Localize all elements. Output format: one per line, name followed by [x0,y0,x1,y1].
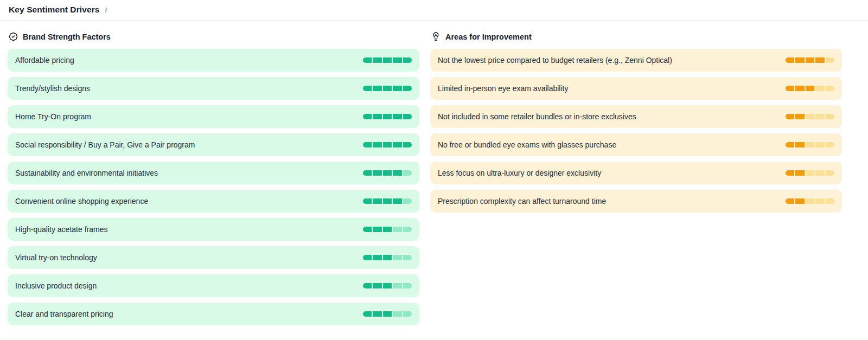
score-segment-empty [815,142,824,147]
score-segment-filled [795,57,804,63]
score-segment-empty [393,255,401,260]
columns: Brand Strength Factors Affordable pricin… [8,21,842,325]
item-label: Social responsibility / Buy a Pair, Give… [15,140,195,149]
improvements-list: Not the lowest price compared to budget … [430,49,842,213]
score-segment-filled [373,142,381,147]
score-segment-filled [403,114,412,119]
score-segment-filled [786,170,794,176]
page-title: Key Sentiment Drivers [9,5,100,15]
section-brand-strength: Brand Strength Factors Affordable pricin… [8,21,419,325]
score-segment-filled [403,57,412,63]
score-segment-empty [826,170,834,176]
score-segment-filled [393,114,401,119]
panel-header: Key Sentiment Drivers i [0,0,868,21]
score-bar [786,170,834,176]
score-bar [786,86,834,91]
item-label: Not included in some retailer bundles or… [438,112,636,121]
list-item: Less focus on ultra-luxury or designer e… [430,162,842,184]
score-segment-empty [806,114,814,119]
section-header-strengths: Brand Strength Factors [9,32,419,41]
item-label: No free or bundled eye exams with glasse… [438,140,616,149]
item-label: Home Try-On program [15,112,91,121]
score-segment-filled [795,142,804,147]
score-bar [363,86,412,91]
score-bar [786,198,834,204]
score-segment-filled [795,86,804,91]
score-bar [363,57,412,63]
score-segment-filled [786,142,794,147]
section-title-strengths: Brand Strength Factors [23,33,111,41]
score-segment-filled [393,86,401,91]
item-label: Sustainability and environmental initiat… [15,169,158,177]
score-segment-empty [403,198,412,204]
list-item: Clear and transparent pricing [8,303,419,325]
list-item: Social responsibility / Buy a Pair, Give… [8,133,419,156]
list-item: Inclusive product design [8,274,419,297]
item-label: Clear and transparent pricing [15,310,113,318]
score-segment-filled [383,114,392,119]
score-segment-filled [373,311,381,317]
list-item: Virtual try-on technology [8,246,419,269]
score-bar [363,170,412,176]
score-segment-empty [826,114,834,119]
score-segment-empty [403,255,412,260]
score-segment-filled [393,142,401,147]
section-improvements: Areas for Improvement Not the lowest pri… [430,21,842,325]
score-bar [363,255,412,260]
score-segment-empty [826,57,834,63]
list-item: Convenient online shopping experience [8,190,419,213]
score-bar [786,114,834,119]
score-segment-filled [363,227,372,232]
score-segment-filled [373,114,381,119]
score-segment-filled [363,114,372,119]
score-segment-empty [826,86,834,91]
score-segment-filled [363,142,372,147]
score-segment-filled [393,170,401,176]
score-segment-filled [795,114,804,119]
score-segment-filled [786,198,794,204]
section-title-improvements: Areas for Improvement [445,33,532,41]
list-item: Not the lowest price compared to budget … [430,49,842,72]
score-segment-filled [373,57,381,63]
item-label: Virtual try-on technology [15,253,97,262]
score-segment-filled [373,198,381,204]
item-label: Not the lowest price compared to budget … [438,56,672,65]
list-item: Home Try-On program [8,105,419,128]
score-segment-filled [403,142,412,147]
score-segment-filled [383,227,392,232]
score-bar [363,142,412,147]
item-label: Less focus on ultra-luxury or designer e… [438,169,601,177]
lightbulb-icon [431,32,441,41]
score-segment-empty [393,227,401,232]
score-segment-filled [786,86,794,91]
score-segment-filled [383,57,392,63]
score-segment-filled [393,198,401,204]
score-segment-empty [403,227,412,232]
item-label: Inclusive product design [15,281,97,290]
score-segment-empty [403,283,412,288]
score-segment-empty [806,170,814,176]
item-label: Prescription complexity can affect turna… [438,197,606,206]
score-segment-filled [786,57,794,63]
badge-check-icon [9,32,18,41]
section-header-improvements: Areas for Improvement [431,32,842,41]
list-item: Not included in some retailer bundles or… [430,105,842,128]
score-segment-filled [363,170,372,176]
score-segment-filled [373,86,381,91]
score-segment-filled [373,227,381,232]
info-icon[interactable]: i [104,7,108,14]
score-segment-filled [383,311,392,317]
score-segment-filled [363,311,372,317]
strengths-list: Affordable pricingTrendy/stylish designs… [8,49,419,325]
score-segment-filled [393,57,401,63]
score-bar [363,311,412,317]
item-label: High-quality acetate frames [15,225,107,234]
score-segment-empty [393,283,401,288]
score-segment-filled [383,142,392,147]
score-segment-empty [815,114,824,119]
list-item: Limited in-person eye exam availability [430,77,842,100]
score-segment-filled [795,170,804,176]
list-item: Affordable pricing [8,49,419,72]
score-segment-filled [795,198,804,204]
score-segment-empty [393,311,401,317]
